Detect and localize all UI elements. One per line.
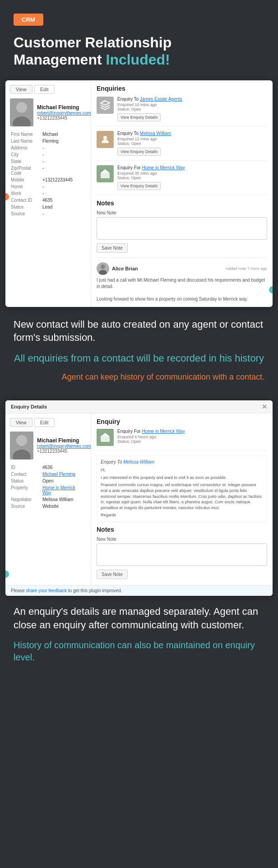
note-textarea[interactable] [97,217,267,240]
field-row: First NameMichael [10,131,86,138]
left-panel: View Edit Michael Fleming robert@inspiry… [5,80,91,307]
contact-name: Michael Fleming [37,104,91,111]
new-note-label: New Note [97,210,267,215]
property-link[interactable]: Home in Merrick Way [42,485,75,495]
left-panel2: View Edit Michael Fleming robert@inspiry… [5,413,91,585]
enq-meta-1a: Enquired 10 mins ago [117,102,267,107]
right-panel2: Enquiry Enquiry For Home in Merrick Way … [91,413,273,585]
property-enq-title: Enquiry For Home in Merrick Way [117,429,267,434]
note-text: I just had a call with Mr.Michael Flemin… [97,277,267,302]
contact-name-block: Michael Fleming robert@inspirythemes.com… [37,104,91,121]
bottom-teal: History of communication can also be mai… [14,639,264,664]
bottom-text-section: An enquiry's details are managed separat… [0,596,278,672]
enq-meta-2a: Enquired 12 mins ago [117,137,267,141]
field-row: Contact ID4635 [10,197,86,204]
view-enquiry-btn-3[interactable]: View Enquiry Details [117,182,161,190]
crm-badge: CRM [14,14,43,26]
contact-name2: Michael Fleming [37,437,91,444]
enq-title-1: Enquiry To James Estate Agents [117,97,267,102]
avatar2 [10,432,33,460]
save-note-btn[interactable]: Save Note [97,243,128,253]
field-row: Work- [10,190,86,197]
field-row: State- [10,158,86,165]
contact-phone2: +13212233445 [37,449,91,454]
field-row: StatusLead [10,204,86,210]
enquiry-text2: Praesent commodo cursus magna, vel scele… [101,482,263,511]
notes-section: Notes New Note Save Note A [97,200,267,302]
notes-title: Notes [97,200,267,207]
property-enquiry-block: Enquiry For Home in Merrick Way Enquired… [97,429,267,451]
contact-link[interactable]: Michael Fleming [42,472,75,477]
title-line1: Customer Relationship [14,34,171,51]
enquiry-item-2: Enquiry To Melissa William Enquired 12 m… [97,131,267,161]
field-row: Source- [10,210,86,217]
enquiry-text1: I am interested in this property and wan… [101,475,263,481]
field-row: Address- [10,144,86,151]
enquiry-greeting: Hi, [101,467,263,473]
enquiry-details-3: Enquiry For Home in Merrick Way Enquired… [117,165,267,190]
save-note-btn2[interactable]: Save Note [97,570,128,579]
screenshot2-header-label: Enquiry Details [11,404,47,409]
card-inner: View Edit Michael Fleming robert@inspiry… [5,80,273,307]
enq-meta-3a: Enquired 35 mins ago [117,171,267,176]
note-textarea2[interactable] [97,543,267,566]
feature-orange: Agent can keep history of communication … [14,371,264,382]
feedback-bar: Please share your feedback to get this p… [5,585,273,596]
enq-title-3: Enquiry For Home in Merrick Way [117,165,267,170]
tab2-edit[interactable]: Edit [34,418,55,427]
enq-link-3[interactable]: Home in Merrick Way [142,165,185,170]
enquiry-details-2: Enquiry To Melissa William Enquired 12 m… [117,131,267,156]
note-avatar [97,262,109,275]
tab-edit[interactable]: Edit [34,85,55,94]
svg-point-9 [16,435,27,446]
enq-link-1[interactable]: James Estate Agents [140,97,182,102]
enq-from-link[interactable]: Melissa William [123,460,154,464]
field-row2: ID4636 [10,464,86,471]
enquiry-closing: Regards [101,512,263,518]
feedback-link[interactable]: share your feedback [26,588,67,593]
card-inner2: View Edit Michael Fleming robert@inspiry… [5,413,273,585]
contact-email2[interactable]: robert@inspirythemes.com [37,444,91,449]
view-enquiry-btn-1[interactable]: View Enquiry Details [117,113,161,121]
enq-link-2[interactable]: Melissa William [140,131,171,136]
close-icon[interactable]: ✕ [262,403,267,410]
note-author: Alice Brian [112,266,222,271]
right-panel: Enquiries Enquiry To James Estate Agents… [91,80,273,307]
enq-meta-2b: Status: Open [117,141,267,146]
field-row2: PropertyHome in Merrick Way [10,484,86,496]
enquiries-title: Enquiries [97,85,267,92]
contact-phone: +13212233445 [37,116,91,121]
fields-table2: ID4636 ContactMichael Fleming StatusOpen… [10,464,86,510]
tabs: View Edit [10,85,86,94]
field-row2: StatusOpen [10,478,86,484]
screenshot2-header-bar: Enquiry Details ✕ [5,400,273,413]
property-enq-link[interactable]: Home in Merrick Way [142,429,185,434]
teal-dot-right [269,286,273,293]
feature-text-section: New contact will be auto created on any … [0,307,278,391]
enquiry-email-box: Enquiry To Melissa William Hi, I am inte… [97,455,267,522]
enquiry-title2: Enquiry [97,418,267,425]
enquiry-thumb-3 [97,165,114,182]
svg-point-3 [103,136,107,139]
svg-rect-11 [101,436,110,442]
view-enquiry-btn-2[interactable]: View Enquiry Details [117,148,161,156]
note-entry-header: Alice Brian Added note 7 mins ago [97,262,267,275]
property-enq-meta1: Enquired 6 hours ago [117,435,267,439]
field-row2: SourceWebsite [10,503,86,510]
new-note-label2: New Note [97,537,267,542]
notes-section2: Notes New Note Save Note [97,526,267,579]
tab-view[interactable]: View [10,85,32,94]
tab2-view[interactable]: View [10,418,32,427]
enquiry-thumb-2 [97,131,114,148]
property-enquiry-details: Enquiry For Home in Merrick Way Enquired… [117,429,267,444]
svg-point-1 [16,102,27,113]
feedback-text2: to get this plugin improved. [67,588,122,593]
note-time: Added note 7 mins ago [225,266,267,271]
note-entry: Alice Brian Added note 7 mins ago I just… [97,257,267,302]
title-highlight: Included! [106,51,170,68]
feature-desc: New contact will be auto created on any … [14,318,264,344]
contact-email[interactable]: robert@inspirythemes.com [37,111,91,116]
title-line2: Management [14,51,106,68]
bottom-desc: An enquiry's details are managed separat… [14,605,264,631]
property-enq-meta2: Status: Open [117,439,267,444]
